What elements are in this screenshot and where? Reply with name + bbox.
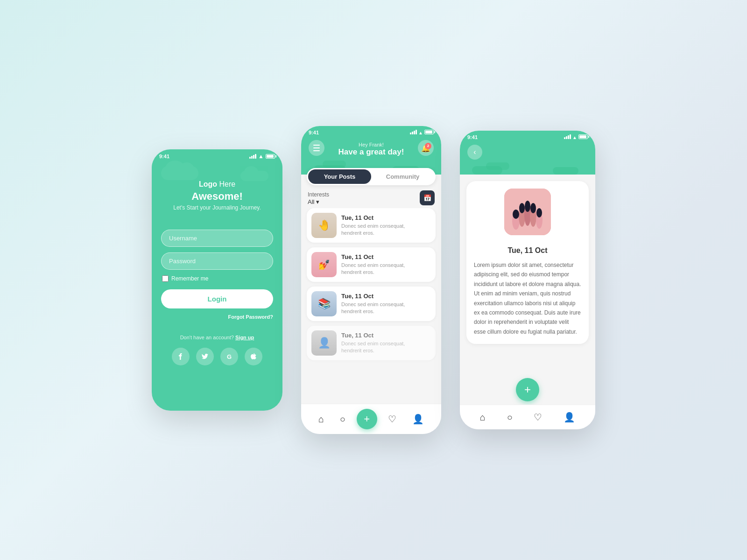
social-row: G bbox=[161, 348, 273, 375]
search-nav-icon[interactable]: ○ bbox=[335, 412, 350, 427]
signal-icon-3 bbox=[564, 134, 571, 139]
search-nav-icon-3[interactable]: ○ bbox=[502, 410, 517, 425]
detail-nail-art bbox=[504, 189, 551, 235]
profile-nav-icon-3[interactable]: 👤 bbox=[559, 410, 580, 425]
wifi-icon-2: ▲ bbox=[418, 130, 423, 135]
apple-login-btn[interactable] bbox=[245, 348, 262, 365]
detail-date: Tue, 11 Oct bbox=[474, 246, 581, 255]
chevron-down-icon: ▾ bbox=[316, 198, 319, 205]
profile-nav-icon[interactable]: 👤 bbox=[408, 412, 429, 427]
back-button[interactable]: ‹ bbox=[467, 145, 482, 160]
svg-point-8 bbox=[525, 201, 530, 212]
menu-button[interactable] bbox=[309, 140, 324, 156]
feed-card-3[interactable]: 📚 Tue, 11 Oct Donec sed enim consequat,h… bbox=[307, 287, 436, 321]
signup-text: Don't have an account? Sign up bbox=[161, 335, 273, 340]
post-thumb-4: 👤 bbox=[311, 330, 337, 356]
card-date-4: Tue, 11 Oct bbox=[341, 332, 405, 339]
battery-icon-3 bbox=[578, 134, 588, 139]
wifi-icon: ▲ bbox=[258, 153, 264, 160]
login-button[interactable]: Login bbox=[161, 289, 273, 308]
status-bar-2: 9:41 ▲ bbox=[301, 126, 441, 137]
phone-feed: 9:41 ▲ Hey Frank! Have a great day! 🔔 bbox=[301, 126, 441, 434]
heart-nav-icon[interactable]: ♡ bbox=[383, 412, 401, 427]
cloud-decoration-1 bbox=[161, 166, 198, 180]
time-1: 9:41 bbox=[159, 154, 169, 159]
detail-fab-button[interactable]: + bbox=[516, 378, 539, 401]
facebook-login-btn[interactable] bbox=[172, 348, 190, 365]
feed-card-4[interactable]: 👤 Tue, 11 Oct Donec sed enim consequat,h… bbox=[307, 326, 436, 360]
home-nav-icon[interactable]: ⌂ bbox=[314, 412, 329, 427]
svg-point-6 bbox=[513, 210, 519, 219]
cloud-2 bbox=[323, 161, 346, 168]
logo: Logo Here bbox=[161, 180, 273, 189]
detail-header: ‹ bbox=[460, 142, 595, 175]
tabs: Your Posts Community bbox=[307, 168, 436, 185]
detail-image-wrap bbox=[474, 189, 581, 241]
status-bar-3: 9:41 ▲ bbox=[460, 131, 595, 142]
feed-card-1[interactable]: 🤚 Tue, 11 Oct Donec sed enim consequat,h… bbox=[307, 208, 436, 243]
time-2: 9:41 bbox=[309, 130, 319, 135]
signup-section: Don't have an account? Sign up G bbox=[152, 335, 282, 375]
card-content-4: Tue, 11 Oct Donec sed enim consequat,hen… bbox=[341, 332, 405, 355]
feed-card-2[interactable]: 💅 Tue, 11 Oct Donec sed enim consequat,h… bbox=[307, 247, 436, 282]
logo-bold: Logo bbox=[199, 180, 217, 188]
person-image: 👤 bbox=[311, 330, 337, 356]
detail-cloud-3 bbox=[553, 167, 578, 175]
home-nav-icon-3[interactable]: ⌂ bbox=[475, 410, 490, 425]
google-login-btn[interactable]: G bbox=[220, 348, 238, 365]
subheadline: Let's Start your Journaling Journey. bbox=[161, 204, 273, 211]
notification-button[interactable]: 🔔 2 bbox=[418, 140, 434, 156]
hamburger-line-3 bbox=[313, 150, 320, 151]
username-input[interactable] bbox=[161, 230, 273, 247]
detail-card: Tue, 11 Oct Lorem ipsum dolor sit amet, … bbox=[466, 181, 589, 344]
post-thumb-1: 🤚 bbox=[311, 213, 337, 238]
card-date-2: Tue, 11 Oct bbox=[341, 253, 405, 260]
detail-post-image bbox=[504, 189, 551, 235]
calendar-button[interactable]: 📅 bbox=[420, 190, 435, 205]
login-form: Remember me Login Forgot Password? bbox=[152, 230, 282, 335]
bottom-nav-3: ⌂ ○ ♡ 👤 bbox=[460, 405, 595, 429]
detail-body: Lorem ipsum dolor sit amet, consectetur … bbox=[474, 260, 581, 336]
login-top-section: Logo Here Awesome! Let's Start your Jour… bbox=[152, 161, 282, 230]
detail-cloud-2 bbox=[486, 162, 509, 170]
headline: Awesome! bbox=[161, 190, 273, 203]
filter-value: All bbox=[308, 198, 314, 205]
filter-label: Interests bbox=[308, 191, 329, 198]
heart-nav-icon-3[interactable]: ♡ bbox=[529, 410, 547, 425]
wifi-icon-3: ▲ bbox=[572, 135, 577, 140]
feed-list: 🤚 Tue, 11 Oct Donec sed enim consequat,h… bbox=[301, 208, 441, 423]
cloud-decoration-2 bbox=[240, 171, 268, 181]
remember-row: Remember me bbox=[161, 275, 273, 282]
forgot-password-link[interactable]: Forgot Password? bbox=[161, 314, 273, 320]
card-date-3: Tue, 11 Oct bbox=[341, 293, 405, 300]
svg-point-9 bbox=[530, 203, 536, 213]
svg-point-7 bbox=[519, 203, 525, 213]
card-desc-1: Donec sed enim consequat,hendrerit eros. bbox=[341, 223, 405, 237]
phone-detail: 9:41 ▲ ‹ bbox=[460, 131, 595, 429]
hamburger-line-1 bbox=[313, 145, 320, 146]
detail-fab-wrap: + bbox=[516, 378, 539, 401]
filter-dropdown[interactable]: All ▾ bbox=[308, 198, 329, 205]
bell-wrap: 🔔 2 bbox=[421, 144, 430, 153]
card-desc-2: Donec sed enim consequat,hendrerit eros. bbox=[341, 262, 405, 276]
phone-login: 9:41 ▲ Logo Here Awesome! Let's Start yo… bbox=[152, 149, 282, 411]
greeting: Hey Frank! Have a great day! bbox=[309, 140, 434, 157]
hamburger-line-2 bbox=[313, 147, 320, 148]
filter-label-group: Interests All ▾ bbox=[308, 190, 329, 205]
tab-your-posts[interactable]: Your Posts bbox=[308, 169, 371, 184]
battery-icon-2 bbox=[424, 130, 434, 134]
status-icons-3: ▲ bbox=[564, 134, 588, 140]
logo-light: Here bbox=[219, 180, 235, 188]
hand-image: 🤚 bbox=[311, 213, 337, 238]
greeting-main: Have a great day! bbox=[309, 147, 434, 157]
bottom-nav-2: ⌂ ○ + ♡ 👤 bbox=[301, 404, 441, 434]
status-icons-1: ▲ bbox=[249, 153, 275, 160]
tab-community[interactable]: Community bbox=[371, 169, 434, 184]
twitter-login-btn[interactable] bbox=[196, 348, 214, 365]
password-input[interactable] bbox=[161, 252, 273, 270]
fab-add-button[interactable]: + bbox=[357, 409, 377, 429]
battery-icon bbox=[266, 154, 275, 159]
remember-checkbox[interactable] bbox=[162, 275, 169, 282]
detail-content: Tue, 11 Oct Lorem ipsum dolor sit amet, … bbox=[460, 175, 595, 357]
signup-link[interactable]: Sign up bbox=[235, 335, 254, 340]
